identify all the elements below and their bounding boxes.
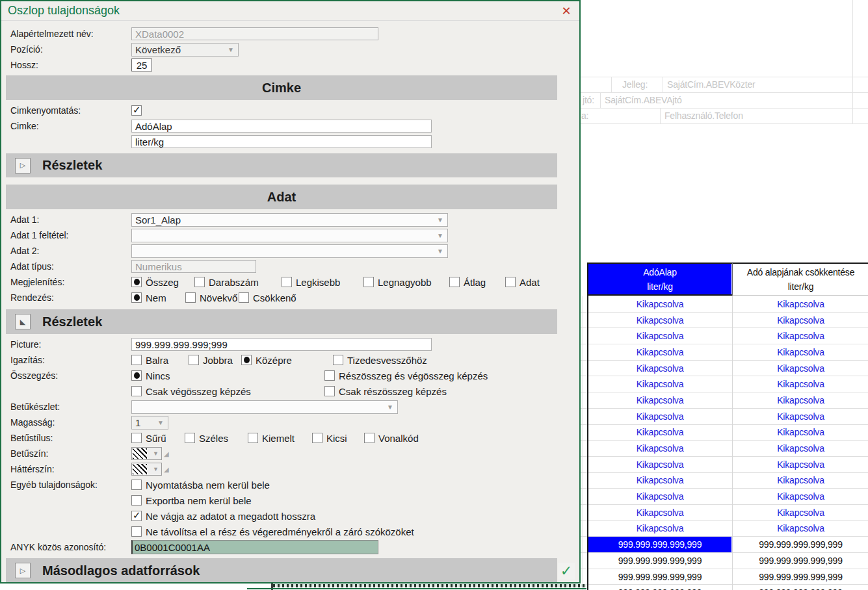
table-cell[interactable]: Kikapcsolva [733, 361, 868, 376]
table-cell[interactable]: 999.999.999.999,999 [733, 537, 868, 552]
table-row[interactable]: KikapcsolvaKikapcsolva [581, 313, 868, 329]
label-print-checkbox[interactable] [131, 105, 142, 116]
table-cell[interactable]: Kikapcsolva [588, 489, 731, 504]
table-row[interactable]: KikapcsolvaKikapcsolva [581, 328, 868, 344]
table-row[interactable]: 999.999.999.999,999999.999.999.999,999 [581, 553, 868, 569]
cimke-line2-field[interactable]: liter/kg [131, 135, 432, 148]
radio-box[interactable] [194, 277, 205, 287]
form-field-value[interactable]: SajátCím.ABEVAjtó [605, 95, 682, 105]
option-ne-vagja[interactable]: Ne vágja az adatot a megadott hosszra [131, 511, 315, 522]
option-legnagyobb[interactable]: Legnagyobb [363, 277, 449, 288]
betukeszlet-dropdown[interactable]: ▼ [131, 400, 398, 414]
radio-box[interactable] [131, 370, 142, 381]
form-field-value[interactable]: SajátCím.ABEVKözter [667, 79, 755, 90]
table-row[interactable]: KikapcsolvaKikapcsolva [581, 489, 868, 505]
length-field[interactable]: 25 [131, 58, 152, 71]
option-exportba-nem[interactable]: Exportba nem kerül bele [131, 495, 252, 506]
option-jobbra[interactable]: Jobbra [189, 355, 233, 366]
option-nyomtatasba-nem[interactable]: Nyomtatásba nem kerül bele [131, 480, 270, 491]
table-cell[interactable]: Kikapcsolva [588, 296, 731, 312]
option-tizedesvesszohoz[interactable]: Tizedesvesszőhöz [333, 355, 427, 366]
table-row[interactable]: KikapcsolvaKikapcsolva [581, 296, 868, 313]
check-box[interactable] [324, 386, 335, 396]
table-cell[interactable]: Kikapcsolva [733, 521, 868, 537]
table-cell[interactable]: Kikapcsolva [588, 328, 731, 344]
adat1-dropdown[interactable]: Sor1_Alap ▼ [131, 213, 448, 227]
table-row[interactable]: 999.999.999.999,999999.999.999.999,999 [581, 585, 868, 590]
table-cell[interactable]: 999.999.999.999,999 [588, 537, 731, 552]
option-csak-vegosszeg[interactable]: Csak végösszeg képzés [131, 386, 324, 397]
betuszin-color-dropdown[interactable]: ▼ [131, 447, 162, 460]
adat2-dropdown[interactable]: ▼ [131, 244, 448, 258]
check-box[interactable] [185, 433, 195, 443]
check-box[interactable] [248, 433, 258, 443]
radio-box[interactable] [505, 277, 516, 287]
magassag-dropdown[interactable]: 1 ▼ [131, 416, 168, 430]
option-atlag[interactable]: Átlag [449, 277, 505, 288]
option-szeles[interactable]: Széles [185, 433, 248, 444]
table-cell[interactable]: Kikapcsolva [588, 521, 731, 537]
close-icon[interactable]: ✕ [560, 5, 573, 18]
table-cell[interactable]: Kikapcsolva [588, 344, 731, 360]
table-row[interactable]: KikapcsolvaKikapcsolva [581, 361, 868, 377]
table-row[interactable]: 999.999.999.999,999999.999.999.999,999 [581, 569, 868, 585]
radio-box[interactable] [131, 292, 142, 303]
table-cell[interactable]: Kikapcsolva [733, 376, 868, 392]
table-cell[interactable]: Kikapcsolva [588, 473, 731, 489]
option-nincs[interactable]: Nincs [131, 370, 324, 381]
radio-box[interactable] [185, 292, 196, 303]
check-box[interactable] [189, 355, 199, 365]
option-novekvo[interactable]: Növekvő [185, 292, 239, 303]
option-darabszam[interactable]: Darabszám [194, 277, 282, 288]
radio-box[interactable] [239, 292, 249, 303]
option-csokkeno[interactable]: Csökkenő [239, 292, 296, 303]
default-name-field[interactable]: XData0002 [131, 27, 378, 40]
table-row[interactable]: KikapcsolvaKikapcsolva [581, 392, 868, 409]
check-box[interactable] [333, 355, 343, 365]
check-box[interactable] [131, 480, 142, 490]
table-cell[interactable]: Kikapcsolva [588, 361, 731, 376]
adat1-feltetel-dropdown[interactable]: ▼ [131, 229, 448, 242]
option-balra[interactable]: Balra [131, 355, 189, 366]
table-row[interactable]: KikapcsolvaKikapcsolva [581, 344, 868, 361]
radio-box[interactable] [131, 277, 142, 287]
table-row[interactable]: KikapcsolvaKikapcsolva [581, 425, 868, 441]
table-cell[interactable]: Kikapcsolva [588, 376, 731, 392]
option-csak-reszosszeg[interactable]: Csak részösszeg képzés [324, 386, 447, 397]
table-cell[interactable]: 999.999.999.999,999 [733, 553, 868, 569]
anyk-field[interactable]: 0B0001C0001AA [131, 540, 378, 554]
table-cell[interactable]: Kikapcsolva [733, 328, 868, 344]
table-cell[interactable]: Kikapcsolva [588, 505, 731, 520]
table-row[interactable]: KikapcsolvaKikapcsolva [581, 457, 868, 473]
radio-box[interactable] [363, 277, 374, 287]
option-kozepre[interactable]: Középre [241, 355, 333, 366]
check-box[interactable] [131, 526, 142, 537]
table-cell[interactable]: Kikapcsolva [733, 296, 868, 312]
table-cell[interactable]: 999.999.999.999,999 [588, 553, 731, 569]
table-cell[interactable]: Kikapcsolva [588, 409, 731, 424]
table-cell[interactable]: Kikapcsolva [733, 473, 868, 489]
option-legkisebb[interactable]: Legkisebb [282, 277, 363, 288]
expand-toggle-icon[interactable]: ▷ [15, 158, 31, 173]
check-box[interactable] [131, 355, 142, 365]
hatterszin-color-dropdown[interactable]: ▼ [131, 463, 162, 476]
table-cell[interactable]: Kikapcsolva [733, 344, 868, 360]
table-cell[interactable]: Kikapcsolva [733, 425, 868, 441]
table-row[interactable]: KikapcsolvaKikapcsolva [581, 376, 868, 392]
check-box[interactable] [131, 495, 142, 506]
option-vonalkod[interactable]: Vonalkód [364, 433, 419, 444]
table-cell[interactable]: 999.999.999.999,999 [588, 569, 731, 585]
table-cell[interactable]: Kikapcsolva [588, 441, 731, 456]
option-kiemelt[interactable]: Kiemelt [248, 433, 312, 444]
table-cell[interactable]: Kikapcsolva [733, 313, 868, 328]
option-adat[interactable]: Adat [505, 277, 540, 288]
table-cell[interactable]: Kikapcsolva [733, 489, 868, 504]
expand-toggle-icon[interactable]: ▷ [15, 563, 31, 578]
table-cell[interactable]: Kikapcsolva [588, 457, 731, 472]
option-ne-tavolitsa[interactable]: Ne távolítsa el a rész és végeredményekr… [131, 526, 414, 537]
option-reszosszeg-es-vegosszeg[interactable]: Részösszeg és végösszeg képzés [324, 370, 488, 381]
option-suru[interactable]: Sűrű [131, 433, 185, 444]
picture-field[interactable]: 999.999.999.999;999 [131, 338, 432, 351]
option-kicsi[interactable]: Kicsi [312, 433, 364, 444]
check-box[interactable] [131, 511, 142, 521]
